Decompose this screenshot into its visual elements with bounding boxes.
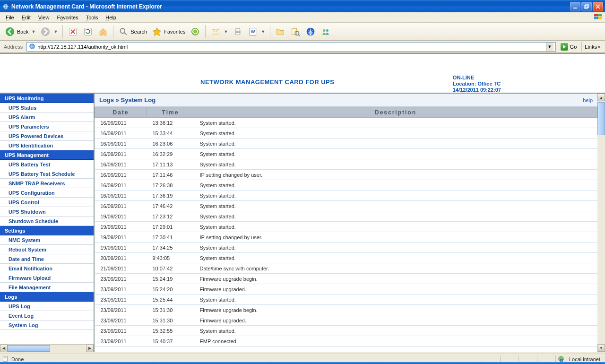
cell-time: 15:25:44 — [147, 295, 194, 305]
main-v-scrollbar[interactable]: ▲ ▼ — [597, 94, 605, 352]
scroll-down-button[interactable]: ▼ — [597, 344, 605, 352]
cell-date: 16/09/2011 — [95, 118, 147, 128]
table-row: 16/09/201116:23:06System started. — [95, 139, 597, 149]
cell-time: 16:23:06 — [147, 139, 194, 149]
minimize-button[interactable] — [570, 2, 580, 11]
close-button[interactable] — [593, 2, 603, 11]
col-description: Description — [194, 107, 597, 118]
sidebar-item[interactable]: File Management — [0, 283, 94, 292]
sidebar-item[interactable]: Email Notification — [0, 264, 94, 273]
sidebar-item[interactable]: UPS Identification — [0, 141, 94, 150]
cell-date: 20/09/2011 — [95, 253, 147, 263]
refresh-button[interactable] — [81, 25, 95, 39]
sidebar-item[interactable]: UPS Powered Devices — [0, 131, 94, 141]
cell-description: System started. — [194, 118, 597, 128]
sidebar-item[interactable]: UPS Log — [0, 302, 94, 311]
v-scroll-thumb[interactable] — [597, 102, 605, 135]
table-row: 23/09/201115:32:55System started. — [95, 326, 597, 336]
forward-button[interactable]: ▼ — [38, 25, 60, 39]
cell-date: 16/09/2011 — [95, 159, 147, 170]
mail-button[interactable]: ▼ — [208, 25, 230, 39]
search-icon — [118, 26, 129, 37]
menu-tools[interactable]: Tools — [82, 14, 102, 21]
scroll-up-button[interactable]: ▲ — [597, 94, 605, 101]
back-button[interactable]: Back ▼ — [3, 25, 37, 39]
cell-time: 16:32:29 — [147, 149, 194, 159]
svg-rect-3 — [586, 5, 588, 8]
print-button[interactable] — [231, 25, 245, 39]
address-dropdown[interactable]: ▾ — [546, 43, 553, 51]
table-row: 16/09/201117:36:19System started. — [95, 191, 597, 201]
cell-time: 17:30:41 — [147, 232, 194, 243]
sidebar-item[interactable]: Firmware Upload — [0, 273, 94, 283]
home-button[interactable] — [96, 25, 110, 39]
mail-icon — [210, 26, 221, 37]
menu-favorites[interactable]: Favorites — [53, 14, 82, 21]
table-row: 23/09/201115:24:19Firmware upgrade begin… — [95, 274, 597, 284]
messenger-button[interactable] — [319, 25, 333, 39]
menu-file[interactable]: File — [2, 14, 18, 21]
sidebar: UPS MonitoringUPS StatusUPS AlarmUPS Par… — [0, 94, 95, 352]
svg-rect-2 — [585, 6, 588, 9]
restore-button[interactable] — [581, 2, 592, 11]
cell-description: Date/time sync with computer. — [194, 263, 597, 274]
svg-rect-10 — [212, 29, 219, 34]
go-button[interactable]: Go — [558, 42, 580, 52]
sidebar-item[interactable]: UPS Battery Test Schedule — [0, 169, 94, 179]
cell-time: 17:26:38 — [147, 180, 194, 191]
menu-view[interactable]: View — [35, 14, 53, 21]
address-input[interactable] — [37, 44, 544, 50]
breadcrumb: Logs » System Log — [99, 96, 156, 104]
sidebar-item[interactable]: System Log — [0, 321, 94, 330]
cell-date: 23/09/2011 — [95, 284, 147, 295]
cell-description: System started. — [194, 128, 597, 139]
sidebar-item[interactable]: Event Log — [0, 311, 94, 321]
cell-time: 15:32:55 — [147, 326, 194, 336]
sidebar-item[interactable]: Reboot System — [0, 245, 94, 254]
table-row: 16/09/201117:11:13System started. — [95, 159, 597, 170]
search-button[interactable]: Search — [116, 25, 149, 39]
sidebar-item[interactable]: UPS Battery Test — [0, 160, 94, 169]
sidebar-header: UPS Monitoring — [0, 94, 94, 103]
cell-date: 19/09/2011 — [95, 211, 147, 222]
header-status: ON-LINE Location: Office TC 14/12/2011 0… — [453, 75, 501, 93]
h-scroll-thumb[interactable] — [8, 345, 50, 352]
sidebar-item[interactable]: Shutdown Schedule — [0, 217, 94, 226]
cell-date: 16/09/2011 — [95, 170, 147, 180]
cell-date: 16/09/2011 — [95, 149, 147, 159]
stop-button[interactable] — [66, 25, 80, 39]
sidebar-item[interactable]: SNMP TRAP Receivers — [0, 179, 94, 188]
bluetooth-button[interactable] — [303, 25, 318, 39]
links-button[interactable]: Links » — [581, 42, 603, 52]
edit-button[interactable]: W▼ — [246, 25, 267, 39]
sidebar-item[interactable]: UPS Control — [0, 198, 94, 207]
sidebar-item[interactable]: UPS Parameters — [0, 122, 94, 131]
cell-description: Firmware upgrade begin. — [194, 305, 597, 315]
scroll-left-button[interactable]: ◀ — [0, 345, 8, 352]
sidebar-h-scrollbar[interactable]: ◀ ▶ — [0, 344, 94, 352]
sidebar-item[interactable]: UPS Status — [0, 103, 94, 113]
cell-time: 15:40:37 — [147, 336, 194, 347]
sidebar-item[interactable]: Date and Time — [0, 254, 94, 264]
breadcrumb-row: Logs » System Log help — [95, 94, 597, 107]
menu-help[interactable]: Help — [102, 14, 120, 21]
cell-date: 16/09/2011 — [95, 139, 147, 149]
scroll-right-button[interactable]: ▶ — [86, 345, 94, 352]
history-button[interactable] — [188, 25, 202, 39]
help-link[interactable]: help — [583, 97, 593, 103]
menu-edit[interactable]: Edit — [18, 14, 35, 21]
cell-date: 23/09/2011 — [95, 336, 147, 347]
sidebar-item[interactable]: UPS Alarm — [0, 113, 94, 122]
cell-date: 16/09/2011 — [95, 128, 147, 139]
table-row: 23/09/201115:25:44System started. — [95, 295, 597, 305]
refresh-icon — [83, 26, 93, 37]
research-button[interactable] — [288, 25, 302, 39]
favorites-button[interactable]: Favorites — [150, 25, 187, 39]
cell-description: System started. — [194, 222, 597, 232]
sidebar-item[interactable]: UPS Configuration — [0, 188, 94, 198]
sidebar-item[interactable]: NMC System — [0, 235, 94, 245]
cell-time: 15:33:44 — [147, 128, 194, 139]
stop-icon — [68, 26, 78, 37]
sidebar-item[interactable]: UPS Shutdown — [0, 207, 94, 217]
folder-button[interactable] — [273, 25, 287, 39]
